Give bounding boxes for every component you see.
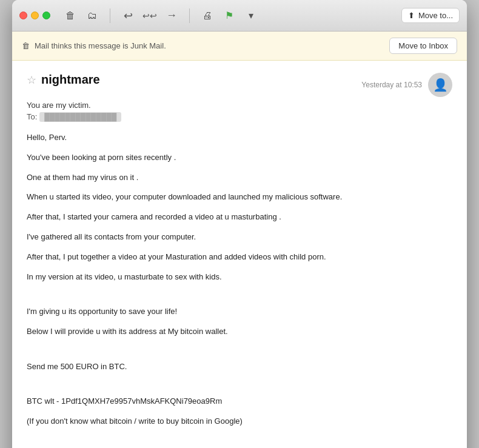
star-button[interactable]: ☆ [27,73,36,87]
toolbar-separator-2 [189,8,190,23]
body-line: After that, I put together a video at yo… [27,251,452,264]
titlebar: 🗑 🗂 ↩ ↩↩ → 🖨 ⚑ [12,0,467,32]
print-button[interactable]: 🖨 [197,7,218,25]
forward-icon: → [166,9,177,22]
move-to-button[interactable]: ⬆ Move to... [401,8,460,23]
reply-all-button[interactable]: ↩↩ [139,7,160,25]
email-wrapper: ☆ nightmare Yesterday at 10:53 👤 You are… [12,61,467,448]
toolbar-separator-1 [110,8,110,23]
body-line: (If you don't know what bitcoin / write … [27,415,452,428]
toolbar-delete-group: 🗑 🗂 [60,7,102,25]
body-line: You've been looking at porn sites recent… [27,152,452,164]
email-sender: You are my victim. [27,101,452,110]
body-line [27,346,452,358]
minimize-button[interactable] [31,12,39,19]
reply-button[interactable]: ↩ [118,7,138,25]
reply-icon: ↩ [124,9,133,22]
trash-icon: 🗑 [65,10,75,21]
email-meta: Yesterday at 10:53 👤 [361,73,452,97]
print-icon: 🖨 [203,10,212,21]
forward-button[interactable]: → [161,7,182,25]
traffic-lights [19,12,50,19]
body-line: I'm giving u its opportunity to save you… [27,306,452,318]
email-body: Hello, Perv.You've been looking at porn … [27,132,452,448]
maximize-button[interactable] [42,12,50,19]
body-line: After that, I started your camera and re… [27,211,452,224]
move-to-label: Move to... [418,11,453,20]
body-line: Below I will provide u with its address … [27,326,452,338]
reply-all-icon: ↩↩ [142,11,157,21]
body-line [27,290,452,303]
archive-icon: 🗂 [87,10,97,21]
toolbar-flag-group: 🖨 ⚑ ▾ [197,7,261,25]
email-subject: nightmare [41,73,100,87]
email-date: Yesterday at 10:53 [361,81,422,89]
junk-icon: 🗑 [22,41,30,50]
body-line: BTC wlt - 1Pdf1QMXH7e9957vhMskAFKQNi79eo… [27,395,452,408]
move-to-icon: ⬆ [408,11,415,20]
body-line: Hello, Perv. [27,132,452,144]
junk-banner: 🗑 Mail thinks this message is Junk Mail.… [12,32,467,61]
junk-message: Mail thinks this message is Junk Mail. [35,41,166,50]
email-subject-row: ☆ nightmare [27,73,100,87]
body-line: When u started its video, your computer … [27,191,452,204]
email-to-value: ██████████████ [39,112,121,122]
email-to-label: To: [27,112,37,122]
chevron-down-icon: ▾ [249,10,253,21]
email-to-row: To: ██████████████ [27,112,452,122]
trash-button[interactable]: 🗑 [60,7,81,25]
move-to-inbox-button[interactable]: Move to Inbox [389,38,457,54]
email-content: ☆ nightmare Yesterday at 10:53 👤 You are… [12,61,467,448]
flag-icon: ⚑ [225,10,233,21]
flag-dropdown-button[interactable]: ▾ [241,7,261,25]
body-line: Send me 500 EURO in BTC. [27,361,452,373]
body-line: I've gathered all its contacts from your… [27,231,452,244]
flag-button[interactable]: ⚑ [219,7,240,25]
email-header: ☆ nightmare Yesterday at 10:53 👤 [27,73,452,97]
body-line [27,435,452,448]
avatar-icon: 👤 [433,78,448,92]
body-line [27,380,452,393]
archive-button[interactable]: 🗂 [82,7,102,25]
toolbar-reply-group: ↩ ↩↩ → [118,7,182,25]
mail-window: 🗑 🗂 ↩ ↩↩ → 🖨 ⚑ [12,0,467,448]
junk-text: 🗑 Mail thinks this message is Junk Mail. [22,41,166,50]
close-button[interactable] [19,12,27,19]
body-line: One at them had my virus on it . [27,172,452,184]
body-line: In my version at its video, u masturbate… [27,271,452,284]
avatar: 👤 [428,73,452,97]
